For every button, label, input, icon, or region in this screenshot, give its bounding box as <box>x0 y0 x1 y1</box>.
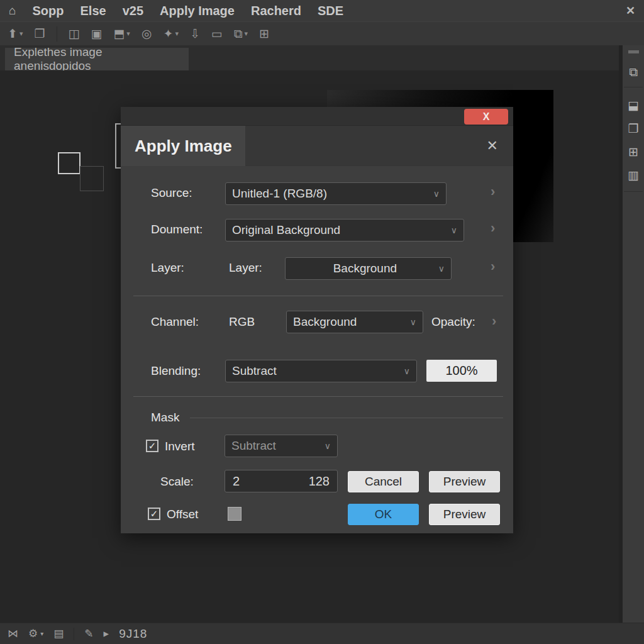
layer-dropdown[interactable]: Background ∨ <box>285 257 452 280</box>
ok-button[interactable]: OK <box>348 504 419 525</box>
dialog-close-icon[interactable]: ✕ <box>487 126 498 166</box>
panel-handle[interactable] <box>628 50 639 53</box>
check-icon: ✓ <box>148 440 157 452</box>
source-value: Unitled-1 (RGB/8) <box>232 187 433 201</box>
duplicate-button[interactable]: ❐ <box>34 26 45 41</box>
dialog-titlebar[interactable]: X <box>121 107 513 126</box>
document-value: Original Background <box>232 223 451 237</box>
preview-button-top[interactable]: Preview <box>429 471 500 492</box>
chevron-down-icon: ∨ <box>438 264 445 274</box>
opacity-label: Opacity: <box>431 315 475 329</box>
mask-section-label: Mask <box>151 411 179 425</box>
libraries-panel-icon[interactable]: ❐ <box>623 121 644 136</box>
chevron-down-icon: ▾ <box>40 630 43 637</box>
import-button[interactable]: ⇩ <box>190 26 200 41</box>
target-button[interactable]: ◎ <box>142 26 152 41</box>
crop-panel-icon[interactable]: ⧉ <box>623 65 644 79</box>
offset-label: Offset <box>167 508 198 521</box>
divider <box>133 296 503 296</box>
edit-button[interactable]: ✎ <box>84 627 93 640</box>
offset-checkbox[interactable]: ✓ <box>148 508 160 520</box>
layer-expand-icon[interactable]: › <box>491 258 495 275</box>
mask-section-line <box>190 418 503 418</box>
layers-icon: ⧉ <box>234 27 243 41</box>
workspace-icon: ⋈ <box>8 627 18 640</box>
channels-panel-icon[interactable]: ⊞ <box>623 145 644 159</box>
channel-dropdown[interactable]: Background ∨ <box>286 311 423 333</box>
offset-swatch[interactable] <box>228 507 242 521</box>
panels-button[interactable]: ◫ <box>69 26 80 41</box>
tool-button[interactable]: ✦ ▾ <box>163 26 178 41</box>
dialog-title: Apply Image <box>135 126 232 166</box>
window-close-icon[interactable]: ✕ <box>626 4 635 18</box>
invert-value: Subtract <box>231 439 325 453</box>
chevron-down-icon: ▾ <box>126 30 130 38</box>
dialog-header: Apply Image ✕ <box>121 126 513 166</box>
divider <box>133 396 503 397</box>
grid-button[interactable]: ⊞ <box>259 26 269 41</box>
right-panel: ⧉ ⬓ ❐ ⊞ ▥ <box>619 45 644 623</box>
properties-panel-icon[interactable]: ▥ <box>623 168 644 182</box>
home-icon[interactable]: ⌂ <box>9 4 16 18</box>
layers-button[interactable]: ⧉ ▾ <box>234 27 248 41</box>
scale-value-left: 2 <box>233 474 240 489</box>
save-button[interactable]: ▤ <box>53 627 64 640</box>
chevron-down-icon: ∨ <box>325 441 331 451</box>
invert-dropdown[interactable]: Subtract ∨ <box>225 435 338 457</box>
tool-icon: ✦ <box>163 26 173 41</box>
selection-square-dim <box>80 166 104 191</box>
cancel-button[interactable]: Cancel <box>348 471 419 492</box>
status-counter: 9J18 <box>119 627 147 641</box>
toolbar-divider <box>57 26 57 42</box>
chevron-down-icon: ∨ <box>451 225 457 235</box>
channel-value: Background <box>293 315 410 329</box>
channel-static-value: RGB <box>229 315 255 329</box>
play-icon: ▸ <box>104 627 109 640</box>
folder-icon: ⬒ <box>113 26 125 41</box>
document-expand-icon[interactable]: › <box>491 220 495 236</box>
menu-item-sde[interactable]: SDE <box>318 4 343 18</box>
chevron-down-icon: ▾ <box>175 30 179 38</box>
invert-label: Invert <box>165 440 195 453</box>
scale-input[interactable]: 2 128 <box>225 470 338 492</box>
display-button[interactable]: ▭ <box>211 26 223 41</box>
menu-item-apply-image[interactable]: Apply Image <box>160 4 235 18</box>
workspace-button[interactable]: ⋈ <box>8 627 18 640</box>
opacity-expand-icon[interactable]: › <box>492 313 496 330</box>
source-expand-icon[interactable]: › <box>491 184 495 200</box>
chevron-down-icon: ▾ <box>244 30 248 38</box>
panels-icon: ◫ <box>69 26 80 41</box>
menu-item-else[interactable]: Else <box>80 4 106 18</box>
duplicate-icon: ❐ <box>34 26 45 41</box>
menu-item-racherd[interactable]: Racherd <box>251 4 301 18</box>
blending-value: Subtract <box>232 364 404 378</box>
export-button[interactable]: ⬆ ▾ <box>8 26 23 41</box>
selection-square-bright <box>58 152 80 174</box>
document-tab[interactable]: Explethes image anenisdopidos <box>5 48 189 70</box>
dialog-close-button[interactable]: X <box>464 109 508 125</box>
folder-button[interactable]: ⬒ ▾ <box>113 26 130 41</box>
display-icon: ▭ <box>211 26 223 41</box>
grid-icon: ⊞ <box>259 26 269 41</box>
chevron-down-icon: ∨ <box>410 317 416 327</box>
menu-item-v25[interactable]: v25 <box>123 4 143 18</box>
chevron-down-icon: ▾ <box>19 30 23 38</box>
document-label: Doument: <box>151 223 203 236</box>
layer-value: Background <box>292 262 438 275</box>
layer-label: Layer: <box>151 261 184 275</box>
target-icon: ◎ <box>142 26 152 41</box>
settings-button[interactable]: ⚙ ▾ <box>28 627 43 640</box>
image-icon: ▣ <box>91 26 102 41</box>
blending-dropdown[interactable]: Subtract ∨ <box>225 360 417 382</box>
chevron-down-icon: ∨ <box>433 189 440 199</box>
play-button[interactable]: ▸ <box>104 627 109 640</box>
invert-checkbox[interactable]: ✓ <box>146 440 158 452</box>
menu-item-sopp[interactable]: Sopp <box>32 4 64 18</box>
image-button[interactable]: ▣ <box>91 26 102 41</box>
edit-icon: ✎ <box>84 627 93 640</box>
preview-button-bottom[interactable]: Preview <box>429 504 500 525</box>
source-dropdown[interactable]: Unitled-1 (RGB/8) ∨ <box>225 182 447 205</box>
adjustments-panel-icon[interactable]: ⬓ <box>623 98 644 113</box>
opacity-value-field[interactable]: 100% <box>426 360 497 382</box>
document-dropdown[interactable]: Original Background ∨ <box>225 219 464 242</box>
